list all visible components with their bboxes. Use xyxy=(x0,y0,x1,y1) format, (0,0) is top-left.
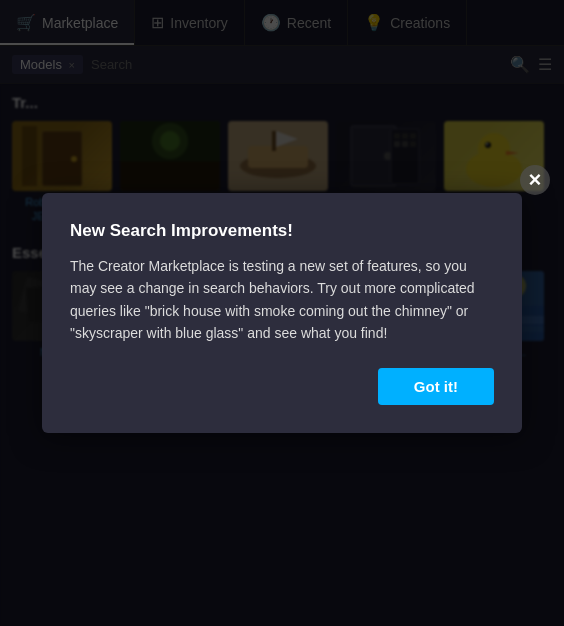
got-it-button[interactable]: Got it! xyxy=(378,368,494,405)
modal-title: New Search Improvements! xyxy=(70,221,494,241)
modal-body: The Creator Marketplace is testing a new… xyxy=(70,255,494,345)
modal-dialog: × New Search Improvements! The Creator M… xyxy=(42,193,522,434)
modal-overlay: × New Search Improvements! The Creator M… xyxy=(0,0,564,626)
modal-close-button[interactable]: × xyxy=(520,165,550,195)
modal-footer: Got it! xyxy=(70,368,494,405)
